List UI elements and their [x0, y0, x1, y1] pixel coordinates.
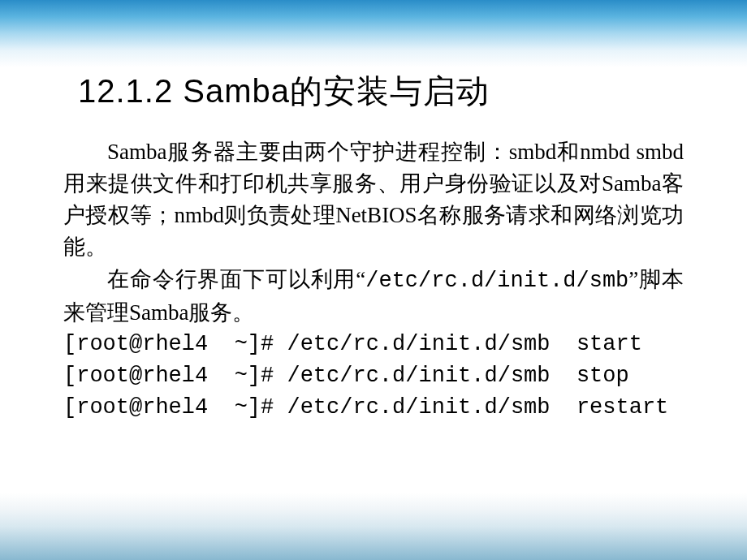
para2-path: /etc/rc.d/init.d/smb	[365, 269, 628, 293]
command-line-1: [root@rhel4 ~]# /etc/rc.d/init.d/smb sta…	[63, 329, 684, 360]
section-title: 12.1.2 Samba的安装与启动	[63, 69, 684, 114]
command-line-3: [root@rhel4 ~]# /etc/rc.d/init.d/smb res…	[63, 392, 684, 424]
paragraph-2: 在命令行界面下可以利用“/etc/rc.d/init.d/smb”脚本来管理Sa…	[63, 264, 684, 329]
command-line-2: [root@rhel4 ~]# /etc/rc.d/init.d/smb sto…	[63, 360, 684, 392]
slide-content: 12.1.2 Samba的安装与启动 Samba服务器主要由两个守护进程控制：s…	[0, 0, 747, 424]
paragraph-1: Samba服务器主要由两个守护进程控制：smbd和nmbd smbd用来提供文件…	[63, 136, 684, 264]
para2-prefix: 在命令行界面下可以利用“	[107, 267, 365, 291]
